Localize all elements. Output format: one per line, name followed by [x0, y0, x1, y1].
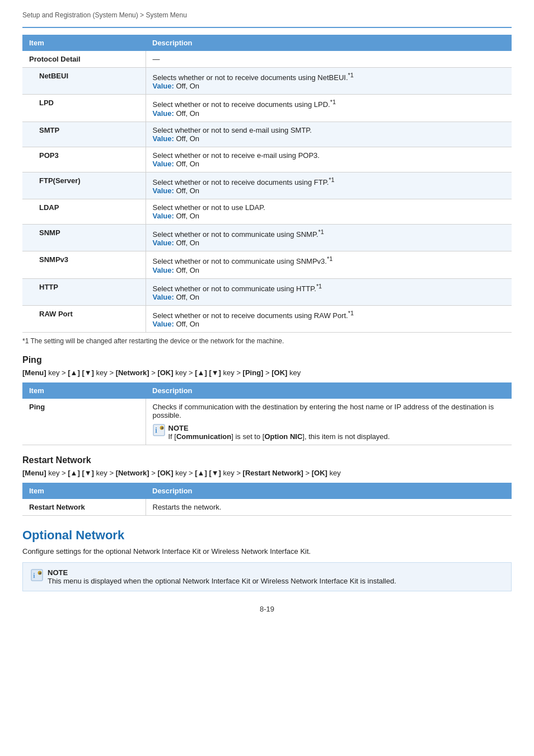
rawport-desc: Select whether or not to receive documen…	[146, 305, 512, 332]
svg-text:✱: ✱	[39, 572, 41, 575]
optional-network-title: Optional Network	[22, 528, 512, 543]
ldap-item: LDAP	[22, 199, 146, 224]
optional-network-desc: Configure settings for the optional Netw…	[22, 547, 512, 556]
restart-nav-path: [Menu] key > [▲] [▼] key > [Network] > […	[22, 469, 512, 477]
svg-text:i: i	[33, 571, 35, 580]
lpd-item: LPD	[22, 95, 146, 122]
note-box-icon: i ✱	[31, 568, 43, 583]
restart-table-item-header: Item	[22, 483, 146, 499]
ping-table-item-header: Item	[22, 382, 146, 399]
smtp-item: SMTP	[22, 122, 146, 147]
http-item: HTTP	[22, 278, 146, 305]
ftp-item: FTP(Server)	[22, 172, 146, 199]
ping-item: Ping	[22, 399, 146, 445]
footnote: *1 The setting will be changed after res…	[22, 337, 512, 345]
pop3-item: POP3	[22, 147, 146, 172]
svg-text:✱: ✱	[160, 426, 163, 430]
breadcrumb: Setup and Registration (System Menu) > S…	[22, 11, 512, 19]
optional-network-note-box: i ✱ NOTE This menu is displayed when the…	[22, 562, 512, 591]
netbeui-desc: Selects whether or not to receive docume…	[146, 68, 512, 95]
ping-table-desc-header: Description	[146, 382, 512, 399]
optional-network-note-label: NOTE	[48, 568, 396, 577]
main-table-item-header: Item	[22, 35, 146, 51]
http-desc: Select whether or not to communicate usi…	[146, 278, 512, 305]
protocol-detail-desc: —	[146, 51, 512, 68]
rawport-item: RAW Port	[22, 305, 146, 332]
snmp-item: SNMP	[22, 224, 146, 251]
smtp-desc: Select whether or not to send e-mail usi…	[146, 122, 512, 147]
restart-network-item: Restart Network	[22, 499, 146, 516]
main-table-desc-header: Description	[146, 35, 512, 51]
ping-note-label: NOTE	[168, 424, 390, 432]
svg-text:i: i	[155, 426, 157, 435]
ping-note-text: If [Communication] is set to [Option NIC…	[168, 432, 390, 441]
restart-network-desc: Restarts the network.	[146, 499, 512, 516]
snmp-desc: Select whether or not to communicate usi…	[146, 224, 512, 251]
restart-table-desc-header: Description	[146, 483, 512, 499]
snmpv3-desc: Select whether or not to communicate usi…	[146, 251, 512, 278]
ping-desc: Checks if communication with the destina…	[146, 399, 512, 445]
pop3-desc: Select whether or not to receive e-mail …	[146, 147, 512, 172]
ldap-desc: Select whether or not to use LDAP. Value…	[146, 199, 512, 224]
restart-section-title: Restart Network	[22, 455, 512, 465]
note-icon: i ✱	[153, 424, 165, 438]
page-number: 8-19	[22, 605, 512, 613]
ping-nav-path: [Menu] key > [▲] [▼] key > [Network] > […	[22, 368, 512, 377]
ping-section-title: Ping	[22, 355, 512, 365]
ftp-desc: Select whether or not to receive documen…	[146, 172, 512, 199]
netbeui-item: NetBEUI	[22, 68, 146, 95]
optional-network-note-text: This menu is displayed when the optional…	[48, 577, 396, 585]
lpd-desc: Select whether or not to receive documen…	[146, 95, 512, 122]
protocol-detail-label: Protocol Detail	[22, 51, 146, 68]
snmpv3-item: SNMPv3	[22, 251, 146, 278]
